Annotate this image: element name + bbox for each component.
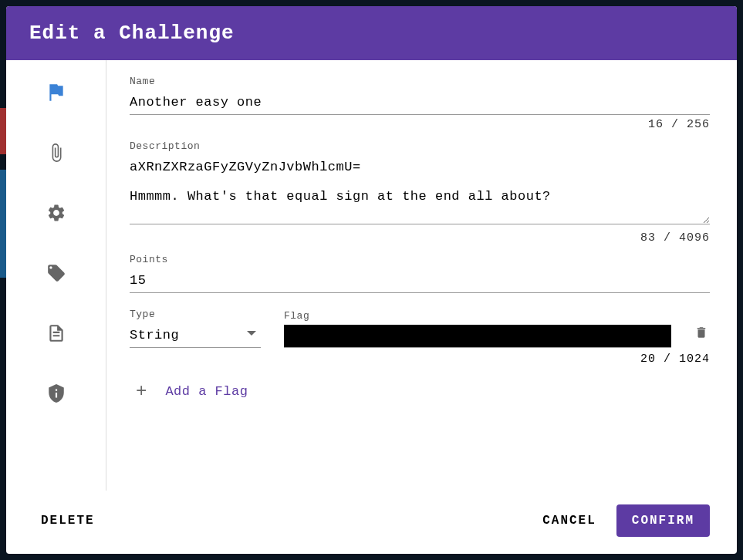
flag-type-value: String [130, 328, 179, 342]
flag-type-label: Type [130, 309, 261, 320]
tab-notes[interactable] [46, 324, 67, 346]
tab-basics[interactable] [46, 83, 67, 105]
points-label: Points [130, 254, 710, 265]
description-counter: 83 / 4096 [130, 231, 710, 245]
shield-icon [46, 383, 66, 407]
cancel-button[interactable]: CANCEL [542, 514, 596, 528]
add-flag-label: Add a Flag [165, 384, 248, 399]
confirm-button[interactable]: CONFIRM [616, 504, 710, 537]
flag-label: Flag [284, 310, 671, 322]
gear-icon [46, 203, 66, 227]
modal-sidebar [6, 60, 106, 491]
tab-tags[interactable] [46, 264, 67, 285]
modal-content: Name 16 / 256 Description aXRnZXRzaGFyZG… [106, 60, 737, 491]
description-label: Description [130, 140, 710, 152]
document-icon [46, 323, 66, 347]
flag-counter: 20 / 1024 [130, 353, 710, 366]
chevron-down-icon [247, 331, 256, 336]
delete-button[interactable]: DELETE [41, 514, 95, 528]
tag-icon [46, 263, 66, 287]
name-input[interactable] [130, 90, 710, 115]
description-input[interactable]: aXRnZXRzaGFyZGVyZnJvbWhlcmU= Hmmmm. What… [130, 155, 710, 224]
tab-attachments[interactable] [46, 143, 67, 165]
name-label: Name [130, 76, 710, 87]
modal-footer: DELETE CANCEL CONFIRM [6, 491, 737, 554]
tab-settings[interactable] [46, 204, 67, 225]
plus-icon: + [136, 381, 147, 402]
points-input[interactable] [130, 268, 710, 293]
trash-icon [694, 324, 708, 345]
add-flag-button[interactable]: + Add a Flag [130, 381, 710, 402]
tab-privacy[interactable] [46, 384, 67, 406]
delete-flag-button[interactable] [694, 329, 710, 348]
edit-challenge-modal: Edit a Challenge [6, 6, 737, 554]
modal-title: Edit a Challenge [6, 6, 737, 60]
name-counter: 16 / 256 [130, 118, 710, 131]
flag-input[interactable] [284, 325, 671, 348]
flag-type-select[interactable]: String [130, 323, 261, 348]
paperclip-icon [46, 143, 66, 167]
flag-icon [46, 83, 66, 106]
